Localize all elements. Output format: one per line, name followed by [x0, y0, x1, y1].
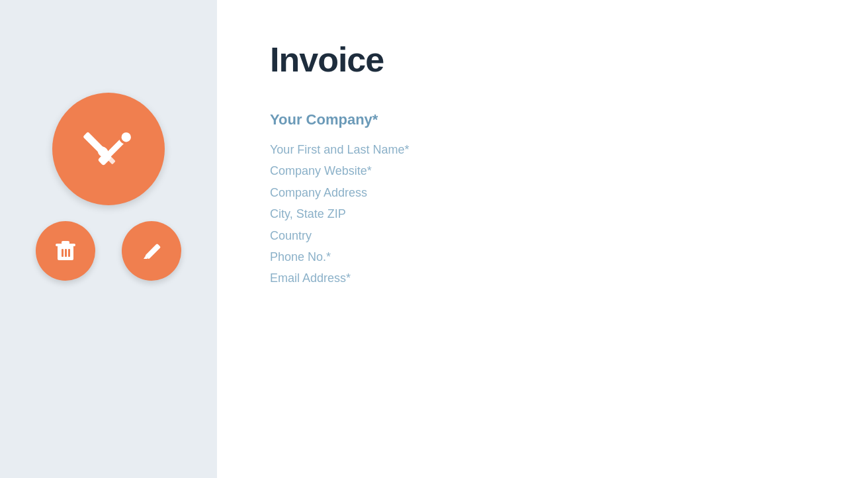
main-content: Invoice Your Company* Your First and Las… — [217, 0, 868, 478]
tools-icon-button[interactable] — [52, 93, 165, 205]
company-fields: Your First and Last Name*Company Website… — [270, 139, 815, 289]
svg-rect-11 — [68, 249, 70, 257]
sidebar — [0, 0, 217, 478]
svg-rect-12 — [145, 244, 161, 260]
company-field-item: Company Website* — [270, 160, 815, 181]
svg-rect-8 — [62, 241, 69, 244]
company-field-item: Phone No.* — [270, 246, 815, 267]
company-section: Your Company* Your First and Last Name*C… — [270, 111, 815, 289]
svg-rect-10 — [65, 249, 67, 257]
edit-icon-button[interactable] — [122, 221, 181, 281]
company-field-item: Your First and Last Name* — [270, 139, 815, 160]
company-field-item: Country — [270, 225, 815, 246]
company-field-item: Email Address* — [270, 267, 815, 289]
company-field-item: City, State ZIP — [270, 203, 815, 224]
small-icons-row — [36, 221, 181, 281]
company-name-label: Your Company* — [270, 111, 815, 128]
company-field-item: Company Address — [270, 182, 815, 203]
svg-rect-9 — [62, 249, 64, 257]
page-title: Invoice — [270, 40, 815, 79]
trash-icon-button[interactable] — [36, 221, 95, 281]
